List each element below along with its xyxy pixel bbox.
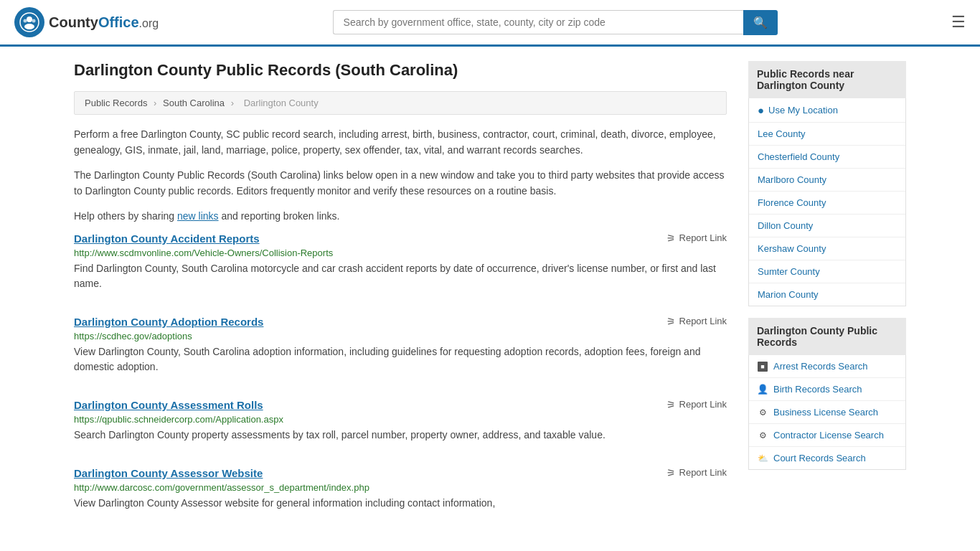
- record-header: Darlington County Accident Reports ⚞ Rep…: [74, 232, 727, 245]
- report-link-2[interactable]: ⚞ Report Link: [666, 399, 727, 410]
- darlington-records-title: Darlington County Public Records: [748, 318, 906, 355]
- arrest-icon: ■: [758, 362, 768, 372]
- search-bar: 🔍: [333, 10, 778, 35]
- description-2: The Darlington County Public Records (So…: [74, 167, 727, 199]
- logo-icon: [14, 7, 44, 37]
- search-input[interactable]: [333, 10, 743, 34]
- use-location-link[interactable]: ● Use My Location: [749, 98, 905, 122]
- arrest-records-link[interactable]: ■ Arrest Records Search: [749, 355, 905, 377]
- description-1: Perform a free Darlington County, SC pub…: [74, 126, 727, 159]
- svg-point-4: [32, 19, 36, 23]
- record-desc-0: Find Darlington County, South Carolina m…: [74, 261, 727, 291]
- marlboro-county-link[interactable]: Marlboro County: [749, 169, 905, 191]
- record-url-0[interactable]: http://www.scdmvonline.com/Vehicle-Owner…: [74, 248, 727, 258]
- svg-point-2: [24, 24, 34, 29]
- menu-icon[interactable]: ☰: [951, 13, 966, 32]
- darlington-records-list: ■ Arrest Records Search 👤 Birth Records …: [748, 355, 906, 470]
- logo-wordmark: CountyOffice.org: [49, 14, 159, 31]
- court-icon: ⛅: [758, 453, 768, 463]
- county-item[interactable]: Chesterfield County: [749, 146, 905, 169]
- birth-records-link[interactable]: 👤 Birth Records Search: [749, 378, 905, 400]
- description-3: Help others by sharing new links and rep…: [74, 208, 727, 224]
- county-item[interactable]: Florence County: [749, 192, 905, 215]
- county-item[interactable]: Sumter County: [749, 260, 905, 283]
- sidebar: Public Records near Darlington County ● …: [748, 61, 906, 535]
- location-pin-icon: ●: [758, 104, 764, 116]
- report-icon: ⚞: [666, 399, 676, 410]
- breadcrumb-south-carolina[interactable]: South Carolina: [163, 98, 225, 108]
- county-item[interactable]: Kershaw County: [749, 237, 905, 260]
- content-area: Darlington County Public Records (South …: [74, 61, 727, 535]
- chesterfield-county-link[interactable]: Chesterfield County: [749, 146, 905, 168]
- county-item[interactable]: Marion County: [749, 283, 905, 306]
- business-license-link[interactable]: ⚙ Business License Search: [749, 401, 905, 423]
- logo[interactable]: CountyOffice.org: [14, 7, 159, 37]
- business-icon: ⚙: [758, 408, 768, 418]
- records-list: Darlington County Accident Reports ⚞ Rep…: [74, 232, 727, 518]
- site-header: CountyOffice.org 🔍 ☰: [0, 0, 980, 47]
- report-link-3[interactable]: ⚞ Report Link: [666, 467, 727, 479]
- record-item: Darlington County Assessor Website ⚞ Rep…: [74, 467, 727, 518]
- record-item: Darlington County Accident Reports ⚞ Rep…: [74, 232, 727, 298]
- new-links-link[interactable]: new links: [177, 210, 219, 222]
- court-records-item[interactable]: ⛅ Court Records Search: [749, 447, 905, 469]
- record-header: Darlington County Adoption Records ⚞ Rep…: [74, 316, 727, 328]
- report-link-0[interactable]: ⚞ Report Link: [666, 232, 727, 244]
- record-header: Darlington County Assessment Rolls ⚞ Rep…: [74, 399, 727, 411]
- contractor-icon: ⚙: [758, 430, 768, 441]
- record-desc-2: Search Darlington County property assess…: [74, 428, 727, 443]
- arrest-records-item[interactable]: ■ Arrest Records Search: [749, 355, 905, 378]
- svg-point-3: [24, 19, 27, 23]
- svg-point-1: [27, 17, 32, 22]
- record-url-3[interactable]: http://www.darcosc.com/government/assess…: [74, 482, 727, 493]
- record-title-2[interactable]: Darlington County Assessment Rolls: [74, 399, 263, 411]
- record-title-0[interactable]: Darlington County Accident Reports: [74, 232, 260, 245]
- sumter-county-link[interactable]: Sumter County: [749, 260, 905, 283]
- main-container: Darlington County Public Records (South …: [60, 47, 920, 550]
- nearby-section-title: Public Records near Darlington County: [748, 61, 906, 98]
- nearby-counties-list: ● Use My Location Lee County Chesterfiel…: [748, 98, 906, 306]
- record-item: Darlington County Adoption Records ⚞ Rep…: [74, 316, 727, 382]
- breadcrumb-darlington-county: Darlington County: [244, 98, 319, 108]
- birth-records-item[interactable]: 👤 Birth Records Search: [749, 378, 905, 401]
- breadcrumb-public-records[interactable]: Public Records: [85, 98, 147, 108]
- report-icon: ⚞: [666, 316, 676, 327]
- marion-county-link[interactable]: Marion County: [749, 283, 905, 306]
- record-header: Darlington County Assessor Website ⚞ Rep…: [74, 467, 727, 479]
- contractor-license-item[interactable]: ⚙ Contractor License Search: [749, 424, 905, 447]
- page-title: Darlington County Public Records (South …: [74, 61, 727, 80]
- county-item[interactable]: Dillon County: [749, 215, 905, 237]
- record-desc-1: View Darlington County, South Carolina a…: [74, 344, 727, 375]
- record-title-3[interactable]: Darlington County Assessor Website: [74, 467, 263, 479]
- breadcrumb: Public Records › South Carolina › Darlin…: [74, 91, 727, 115]
- report-icon: ⚞: [666, 467, 676, 479]
- court-records-link[interactable]: ⛅ Court Records Search: [749, 447, 905, 469]
- report-link-1[interactable]: ⚞ Report Link: [666, 316, 727, 327]
- report-icon: ⚞: [666, 232, 676, 244]
- business-license-item[interactable]: ⚙ Business License Search: [749, 401, 905, 424]
- record-item: Darlington County Assessment Rolls ⚞ Rep…: [74, 399, 727, 450]
- record-title-1[interactable]: Darlington County Adoption Records: [74, 316, 263, 328]
- contractor-license-link[interactable]: ⚙ Contractor License Search: [749, 424, 905, 446]
- record-url-1[interactable]: https://scdhec.gov/adoptions: [74, 331, 727, 342]
- use-location-item[interactable]: ● Use My Location: [749, 98, 905, 123]
- record-desc-3: View Darlington County Assessor website …: [74, 496, 727, 511]
- lee-county-link[interactable]: Lee County: [749, 123, 905, 145]
- birth-icon: 👤: [758, 385, 768, 395]
- county-item[interactable]: Lee County: [749, 123, 905, 146]
- kershaw-county-link[interactable]: Kershaw County: [749, 237, 905, 260]
- dillon-county-link[interactable]: Dillon County: [749, 215, 905, 237]
- record-url-2[interactable]: https://qpublic.schneidercorp.com/Applic…: [74, 414, 727, 425]
- florence-county-link[interactable]: Florence County: [749, 192, 905, 214]
- search-button[interactable]: 🔍: [743, 10, 778, 35]
- county-item[interactable]: Marlboro County: [749, 169, 905, 192]
